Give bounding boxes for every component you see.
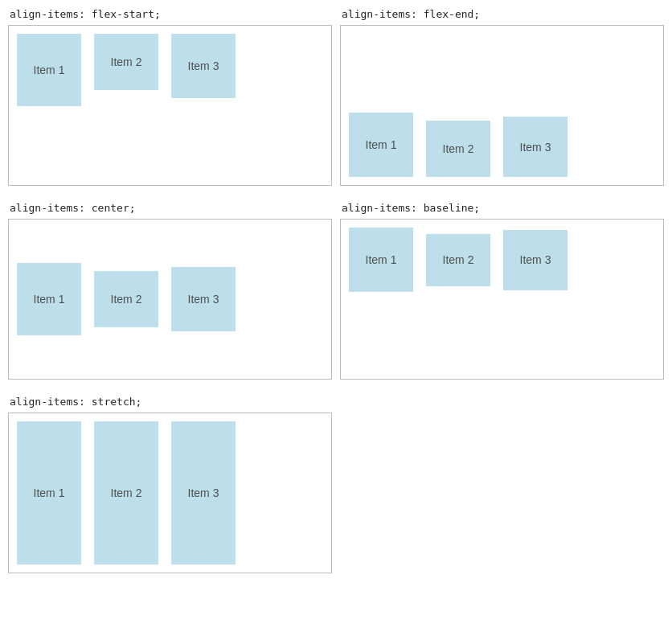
item-2-center: Item 2	[94, 271, 158, 327]
item-1-flex-end: Item 1	[349, 113, 413, 177]
section-center: align-items: center; Item 1 Item 2 Item …	[8, 202, 332, 380]
section-label-stretch: align-items: stretch;	[8, 396, 332, 408]
item-3-stretch: Item 3	[171, 421, 236, 565]
item-1-flex-start: Item 1	[17, 34, 81, 106]
section-label-flex-end: align-items: flex-end;	[340, 8, 664, 20]
item-3-flex-start: Item 3	[171, 34, 236, 98]
flex-container-center: Item 1 Item 2 Item 3	[8, 219, 332, 380]
item-1-center: Item 1	[17, 263, 81, 335]
flex-container-stretch: Item 1 Item 2 Item 3	[8, 413, 332, 573]
section-label-center: align-items: center;	[8, 202, 332, 214]
flex-container-baseline: Item 1 Item 2 Item 3	[340, 219, 664, 380]
section-label-flex-start: align-items: flex-start;	[8, 8, 332, 20]
section-label-baseline: align-items: baseline;	[340, 202, 664, 214]
item-3-center: Item 3	[171, 267, 236, 331]
item-2-flex-start: Item 2	[94, 34, 158, 90]
item-2-flex-end: Item 2	[426, 121, 490, 177]
item-3-baseline: Item 3	[503, 230, 568, 290]
section-flex-end: align-items: flex-end; Item 1 Item 2 Ite…	[340, 8, 664, 186]
flex-container-flex-start: Item 1 Item 2 Item 3	[8, 25, 332, 186]
page-grid: align-items: flex-start; Item 1 Item 2 I…	[8, 8, 664, 573]
section-baseline: align-items: baseline; Item 1 Item 2 Ite…	[340, 202, 664, 380]
item-1-baseline: Item 1	[349, 228, 413, 292]
item-1-stretch: Item 1	[17, 421, 81, 565]
item-2-stretch: Item 2	[94, 421, 158, 565]
item-3-flex-end: Item 3	[503, 117, 568, 177]
section-stretch: align-items: stretch; Item 1 Item 2 Item…	[8, 396, 332, 573]
section-flex-start: align-items: flex-start; Item 1 Item 2 I…	[8, 8, 332, 186]
item-2-baseline: Item 2	[426, 234, 490, 286]
flex-container-flex-end: Item 1 Item 2 Item 3	[340, 25, 664, 186]
